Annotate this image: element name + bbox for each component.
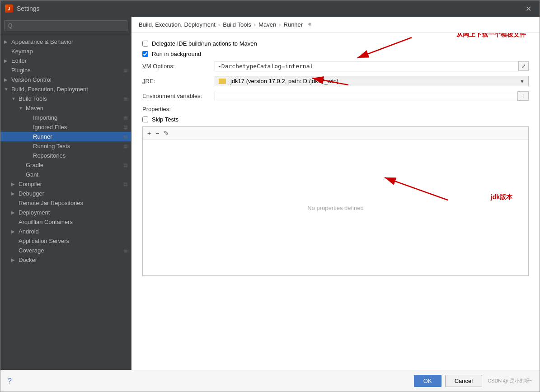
- sidebar-item-label-plugins: Plugins: [11, 67, 122, 74]
- sidebar-item-settings-icon-ignored-files: ▤: [123, 125, 127, 130]
- tree-arrow-build-tools: ▼: [11, 96, 18, 101]
- run-background-row: Run in background: [142, 51, 529, 57]
- sidebar-item-label-coverage: Coverage: [19, 247, 122, 254]
- sidebar-item-label-maven: Maven: [26, 105, 127, 112]
- env-vars-row: Environment variables: ⋮: [142, 91, 529, 101]
- properties-section: Properties: Skip Tests + − ✎ No prop: [142, 106, 529, 276]
- tree-arrow-maven: ▼: [19, 106, 25, 111]
- skip-tests-label[interactable]: Skip Tests: [152, 116, 178, 123]
- sidebar-item-label-version-control: Version Control: [11, 76, 127, 83]
- remove-property-button[interactable]: −: [154, 129, 161, 138]
- breadcrumb-sep-2: ›: [254, 21, 256, 28]
- sidebar-item-compiler[interactable]: ▶Compiler▤: [0, 179, 131, 189]
- sidebar-item-label-running-tests: Running Tests: [33, 143, 122, 149]
- sidebar-item-android[interactable]: ▶Android: [0, 227, 131, 236]
- sidebar-item-importing[interactable]: Importing▤: [0, 113, 131, 122]
- close-button[interactable]: ✕: [522, 3, 535, 15]
- sidebar-item-label-importing: Importing: [33, 114, 122, 121]
- settings-dialog: J Settings ✕ ▶Appearance & BehaviorKeyma…: [0, 0, 540, 392]
- sidebar-item-running-tests[interactable]: Running Tests▤: [0, 141, 131, 151]
- window-title: Settings: [17, 5, 522, 12]
- sidebar-item-plugins[interactable]: Plugins▤: [0, 65, 131, 75]
- jre-value: jdk17 (version 17.0.2, path: D:/jdk17_wi…: [230, 78, 338, 84]
- skip-tests-checkbox-row: Skip Tests: [142, 116, 529, 123]
- sidebar-item-debugger[interactable]: ▶Debugger: [0, 189, 131, 198]
- run-background-label[interactable]: Run in background: [152, 51, 201, 57]
- tree-arrow-android: ▶: [11, 229, 18, 234]
- sidebar-item-settings-icon-compiler: ▤: [123, 182, 127, 187]
- sidebar-item-editor[interactable]: ▶Editor: [0, 56, 131, 65]
- sidebar-item-label-debugger: Debugger: [19, 190, 127, 197]
- sidebar-item-settings-icon-running-tests: ▤: [123, 144, 127, 149]
- sidebar-item-docker[interactable]: ▶Docker: [0, 255, 131, 265]
- ok-button[interactable]: OK: [414, 375, 441, 387]
- sidebar-item-label-deployment: Deployment: [19, 209, 127, 216]
- sidebar-item-settings-icon-build-tools: ▤: [123, 96, 127, 101]
- tree-arrow-docker: ▶: [11, 257, 18, 262]
- sidebar-item-app-servers[interactable]: Application Servers: [0, 236, 131, 246]
- sidebar-item-coverage[interactable]: Coverage▤: [0, 246, 131, 255]
- sidebar-item-label-gant: Gant: [26, 171, 127, 178]
- vm-options-expand-button[interactable]: ⤢: [519, 61, 529, 71]
- env-vars-input[interactable]: [215, 91, 518, 101]
- edit-property-button[interactable]: ✎: [162, 129, 171, 138]
- tree-arrow-version-control: ▶: [4, 77, 10, 82]
- env-vars-expand-button[interactable]: ⋮: [518, 91, 529, 101]
- tree-arrow-compiler: ▶: [11, 182, 18, 187]
- breadcrumb-sep-1: ›: [218, 21, 220, 28]
- jre-select[interactable]: jdk17 (version 17.0.2, path: D:/jdk17_wi…: [215, 76, 529, 86]
- sidebar-item-version-control[interactable]: ▶Version Control: [0, 75, 131, 84]
- sidebar-item-repositories[interactable]: Repositories: [0, 151, 131, 160]
- skip-tests-checkbox[interactable]: [142, 117, 148, 122]
- sidebar-item-label-compiler: Compiler: [19, 181, 122, 187]
- help-icon[interactable]: ?: [8, 377, 12, 385]
- sidebar-item-ignored-files[interactable]: Ignored Files▤: [0, 122, 131, 132]
- sidebar-item-label-gradle: Gradle: [26, 162, 122, 168]
- breadcrumb: Build, Execution, Deployment › Build Too…: [131, 17, 540, 33]
- delegate-label[interactable]: Delegate IDE build/run actions to Maven: [152, 40, 257, 47]
- breadcrumb-part-3: Maven: [258, 21, 276, 28]
- search-box: [0, 17, 131, 35]
- annotation-jdk: jdk版本: [491, 193, 512, 201]
- properties-label: Properties:: [142, 106, 215, 112]
- jre-row: JRE: jdk17 (version 17.0.2, path: D:/jdk…: [142, 76, 529, 86]
- sidebar-item-keymap[interactable]: Keymap: [0, 47, 131, 56]
- delegate-row: Delegate IDE build/run actions to Maven: [142, 40, 529, 47]
- sidebar-item-appearance[interactable]: ▶Appearance & Behavior: [0, 37, 131, 47]
- settings-icon: ⊞: [307, 22, 311, 28]
- tree-arrow-editor: ▶: [4, 58, 10, 63]
- sidebar-item-settings-icon-gradle: ▤: [123, 163, 127, 168]
- tree-arrow-build-exec-deploy: ▼: [4, 87, 10, 92]
- vm-options-label: VM Options:: [142, 63, 215, 70]
- sidebar-item-maven[interactable]: ▼Maven: [0, 103, 131, 113]
- sidebar-item-label-remote-jar: Remote Jar Repositories: [19, 200, 127, 206]
- sidebar-item-build-exec-deploy[interactable]: ▼Build, Execution, Deployment: [0, 84, 131, 94]
- jre-label: JRE:: [142, 78, 215, 84]
- cancel-button[interactable]: Cancel: [445, 375, 482, 387]
- search-input[interactable]: [4, 20, 127, 31]
- properties-table: + − ✎ No properties defined: [142, 126, 529, 276]
- breadcrumb-part-1: Build, Execution, Deployment: [139, 21, 216, 28]
- sidebar-item-settings-icon-coverage: ▤: [123, 248, 127, 253]
- delegate-checkbox[interactable]: [142, 41, 148, 47]
- sidebar-item-label-arquillian: Arquillian Containers: [19, 219, 127, 225]
- run-background-checkbox[interactable]: [142, 51, 148, 57]
- jre-dropdown-arrow: ▼: [520, 79, 525, 84]
- sidebar-item-label-docker: Docker: [19, 257, 127, 263]
- sidebar-item-build-tools[interactable]: ▼Build Tools▤: [0, 94, 131, 103]
- tree-arrow-appearance: ▶: [4, 39, 10, 44]
- sidebar-item-remote-jar[interactable]: Remote Jar Repositories: [0, 198, 131, 208]
- dialog-footer: ? OK Cancel CSDN @ 是小刘呀~: [0, 370, 540, 392]
- env-vars-label: Environment variables:: [142, 93, 215, 99]
- sidebar-item-label-appearance: Appearance & Behavior: [11, 38, 127, 45]
- sidebar-item-gradle[interactable]: Gradle▤: [0, 160, 131, 170]
- main-panel: Build, Execution, Deployment › Build Too…: [131, 17, 540, 370]
- breadcrumb-part-2: Build Tools: [223, 21, 251, 28]
- title-bar: J Settings ✕: [0, 0, 540, 17]
- sidebar-item-runner[interactable]: Runner▤: [0, 132, 131, 141]
- sidebar-item-gant[interactable]: Gant: [0, 170, 131, 179]
- sidebar-item-arquillian[interactable]: Arquillian Containers: [0, 217, 131, 227]
- sidebar-item-deployment[interactable]: ▶Deployment: [0, 208, 131, 217]
- vm-options-input[interactable]: [215, 61, 519, 71]
- add-property-button[interactable]: +: [146, 129, 153, 138]
